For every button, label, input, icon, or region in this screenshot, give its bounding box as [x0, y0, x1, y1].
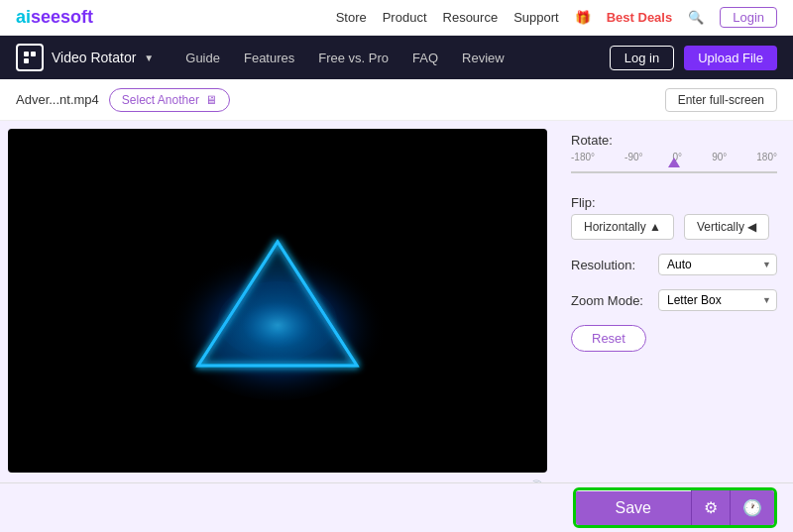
video-panel: ⏮ ⏵ ⏹ ⏭ 00:00:00.00/00:00:23.05 🔊 00:00:… — [0, 121, 555, 532]
brand-icon — [16, 44, 44, 71]
zoom-section: Zoom Mode: Letter Box Full Crop Pan & Sc… — [571, 289, 777, 311]
top-nav: aiseesoft Store Product Resource Support… — [0, 0, 793, 36]
search-icon[interactable]: 🔍 — [688, 10, 704, 25]
zoom-label: Zoom Mode: — [571, 293, 643, 308]
second-nav-links: Guide Features Free vs. Pro FAQ Review — [185, 51, 610, 65]
svg-rect-1 — [31, 52, 36, 56]
resolution-select[interactable]: Auto 1080p 720p 480p 360p — [658, 254, 777, 275]
nav-review[interactable]: Review — [462, 51, 505, 65]
select-another-button[interactable]: Select Another 🖥 — [109, 88, 230, 112]
monitor-icon: 🖥 — [205, 93, 217, 107]
zoom-select[interactable]: Letter Box Full Crop Pan & Scan — [658, 289, 777, 311]
flip-section: Flip: Horizontally ▲ Vertically ◀ — [571, 195, 777, 240]
top-nav-links: Store Product Resource Support 🎁 Best De… — [336, 7, 777, 28]
rotate-section: Rotate: -180° -90° 0° 90° 180° — [571, 133, 777, 181]
zoom-select-wrapper: Letter Box Full Crop Pan & Scan — [658, 289, 777, 311]
svg-rect-0 — [24, 52, 29, 56]
rotate-label: Rotate: — [571, 133, 777, 148]
settings-icon: ⚙ — [704, 499, 718, 516]
resolution-section: Resolution: Auto 1080p 720p 480p 360p — [571, 254, 777, 275]
nav-free-vs-pro[interactable]: Free vs. Pro — [318, 51, 389, 65]
resolution-label: Resolution: — [571, 258, 635, 272]
main-content: ⏮ ⏵ ⏹ ⏭ 00:00:00.00/00:00:23.05 🔊 00:00:… — [0, 121, 793, 532]
flip-label: Flip: — [571, 195, 777, 210]
nav-features[interactable]: Features — [244, 51, 294, 65]
nav-support[interactable]: Support — [513, 10, 559, 25]
rotate-track — [571, 171, 777, 173]
rotate-thumb[interactable] — [668, 158, 680, 167]
save-button[interactable]: Save — [576, 491, 691, 525]
flip-vertical-label: Vertically — [697, 220, 744, 234]
nav-resource[interactable]: Resource — [443, 10, 499, 25]
save-area: Save ⚙ 🕐 — [573, 487, 777, 528]
rotate-min180: -180° — [571, 152, 595, 162]
right-panel: Rotate: -180° -90° 0° 90° 180° Flip: Hor… — [555, 121, 793, 532]
nav-store[interactable]: Store — [336, 10, 367, 25]
second-nav: Video Rotator ▼ Guide Features Free vs. … — [0, 36, 793, 79]
second-nav-login-button[interactable]: Log in — [610, 46, 674, 70]
fullscreen-button[interactable]: Enter full-screen — [665, 88, 777, 112]
nav-guide[interactable]: Guide — [185, 51, 220, 65]
svg-rect-2 — [24, 58, 29, 63]
nav-faq[interactable]: FAQ — [412, 51, 438, 65]
rotate-180: 180° — [756, 152, 777, 162]
rotate-slider[interactable]: -180° -90° 0° 90° 180° — [571, 152, 777, 181]
flip-horizontal-label: Horizontally — [584, 220, 646, 234]
toolbar-left: Adver...nt.mp4 Select Another 🖥 — [16, 88, 230, 112]
nav-product[interactable]: Product — [383, 10, 427, 25]
logo: aiseesoft — [16, 7, 93, 28]
reset-button[interactable]: Reset — [571, 325, 646, 352]
brand-name: Video Rotator — [52, 50, 136, 65]
rotate-min90: -90° — [624, 152, 642, 162]
video-canvas — [129, 192, 426, 410]
flip-buttons: Horizontally ▲ Vertically ◀ — [571, 214, 777, 240]
flip-horizontal-button[interactable]: Horizontally ▲ — [571, 214, 674, 240]
second-nav-actions: Log in Upload File — [610, 46, 777, 70]
upload-file-button[interactable]: Upload File — [684, 46, 777, 70]
flip-vertical-button[interactable]: Vertically ◀ — [684, 214, 769, 240]
settings-button[interactable]: ⚙ — [691, 490, 730, 525]
toolbar: Adver...nt.mp4 Select Another 🖥 Enter fu… — [0, 79, 793, 121]
bottom-bar: Save ⚙ 🕐 — [0, 482, 793, 532]
nav-best-deals[interactable]: Best Deals — [607, 10, 672, 25]
rotate-90: 90° — [712, 152, 727, 162]
top-nav-login-button[interactable]: Login — [720, 7, 777, 28]
svg-point-7 — [218, 281, 337, 361]
video-container — [8, 129, 547, 473]
brand-dropdown-icon[interactable]: ▼ — [144, 53, 154, 63]
history-button[interactable]: 🕐 — [730, 490, 774, 525]
resolution-select-wrapper: Auto 1080p 720p 480p 360p — [658, 254, 777, 275]
clock-icon: 🕐 — [742, 499, 762, 516]
select-another-label: Select Another — [122, 93, 199, 107]
file-name: Adver...nt.mp4 — [16, 92, 99, 107]
brand-area: Video Rotator ▼ — [16, 44, 154, 71]
